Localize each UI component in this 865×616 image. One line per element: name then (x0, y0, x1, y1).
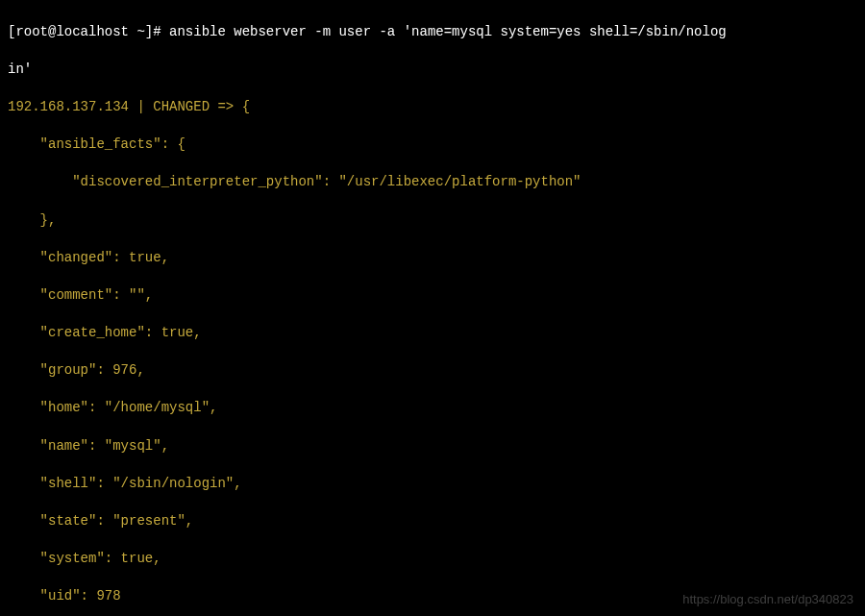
command-line: [root@localhost ~]# ansible webserver -m… (8, 23, 857, 42)
output-line: "home": "/home/mysql", (8, 399, 857, 418)
output-line: "name": "mysql", (8, 437, 857, 456)
output-line: "system": true, (8, 550, 857, 569)
command-text: ansible webserver -m user -a 'name=mysql… (169, 24, 727, 39)
output-line: "comment": "", (8, 286, 857, 306)
output-line: }, (8, 211, 857, 231)
watermark-text: https://blog.csdn.net/dp340823 (682, 591, 853, 608)
output-line: "shell": "/sbin/nologin", (8, 475, 857, 494)
output-line: "changed": true, (8, 249, 857, 268)
result-host-line: 192.168.137.134 | CHANGED => { (8, 98, 857, 117)
status-label: CHANGED (153, 99, 210, 114)
shell-prompt: [root@localhost ~]# (8, 24, 169, 39)
terminal-output[interactable]: [root@localhost ~]# ansible webserver -m… (8, 4, 857, 616)
output-line: "state": "present", (8, 512, 857, 531)
output-line: "create_home": true, (8, 324, 857, 343)
host-ip: 192.168.137.134 (8, 99, 129, 114)
command-continuation: in' (8, 61, 857, 80)
output-line: "group": 976, (8, 361, 857, 381)
output-line: "ansible_facts": { (8, 136, 857, 155)
output-line: "discovered_interpreter_python": "/usr/l… (8, 173, 857, 192)
